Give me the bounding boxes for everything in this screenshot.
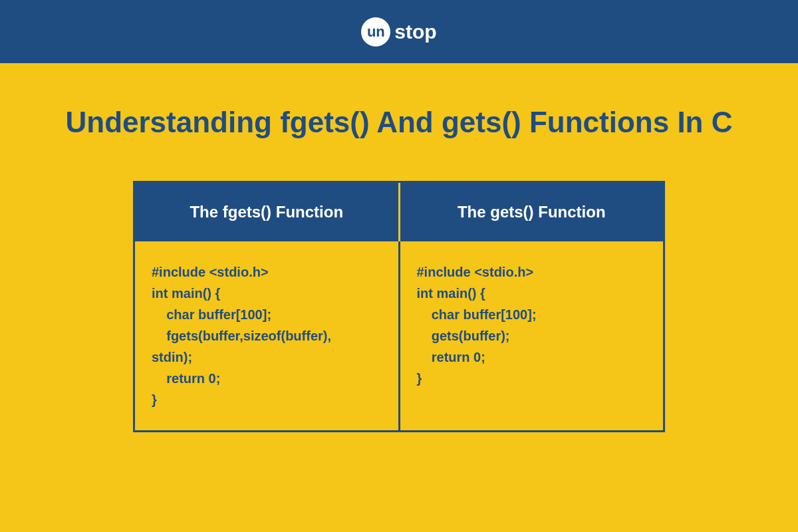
code-cell-gets: #include <stdio.h> int main() { char buf…: [400, 241, 664, 430]
table-body-row: #include <stdio.h> int main() { char buf…: [135, 241, 663, 430]
logo: un stop: [361, 17, 436, 47]
logo-circle-text: un: [367, 23, 385, 41]
comparison-table: The fgets() Function The gets() Function…: [133, 181, 665, 432]
column-header-gets: The gets() Function: [400, 183, 664, 241]
logo-circle: un: [361, 17, 390, 47]
code-cell-fgets: #include <stdio.h> int main() { char buf…: [135, 241, 400, 430]
logo-suffix: stop: [394, 21, 436, 43]
main-content: Understanding fgets() And gets() Functio…: [0, 63, 798, 459]
page-title: Understanding fgets() And gets() Functio…: [66, 103, 733, 141]
table-header-row: The fgets() Function The gets() Function: [135, 183, 663, 241]
header-bar: un stop: [0, 0, 798, 63]
column-header-fgets: The fgets() Function: [135, 183, 400, 241]
